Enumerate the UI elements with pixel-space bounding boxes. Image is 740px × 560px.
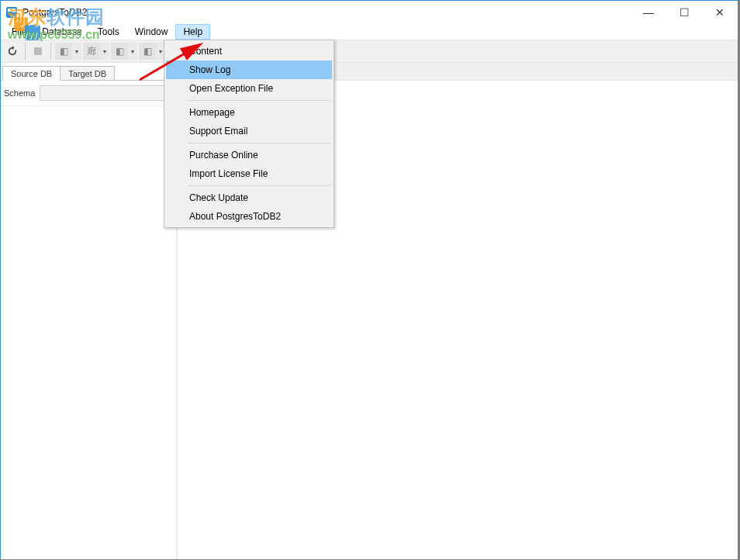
app-icon <box>5 6 18 19</box>
toolbar-dd1-icon: ◧ <box>55 43 72 60</box>
svg-rect-2 <box>34 47 42 55</box>
chevron-down-icon: ▼ <box>128 43 137 60</box>
toolbar: ◧ ▼ 廊 ▼ ◧ ▼ ◧ ▼ <box>1 40 738 63</box>
schema-combobox[interactable]: ▼ <box>40 85 173 101</box>
toolbar-dd4-icon: ◧ <box>139 43 156 60</box>
help-support-email[interactable]: Support Email <box>166 122 332 140</box>
menu-separator <box>188 100 330 101</box>
maximize-button[interactable]: ☐ <box>666 1 702 24</box>
help-check-update[interactable]: Check Update <box>166 188 332 207</box>
menu-window[interactable]: Window <box>127 24 176 40</box>
menu-separator <box>188 185 330 186</box>
left-tabstrip: Source DB Target DB <box>1 63 176 80</box>
schema-row: Schema ▼ <box>1 81 176 106</box>
toolbar-dd3-icon: ◧ <box>111 43 128 60</box>
minimize-button[interactable]: — <box>631 1 666 24</box>
toolbar-dd2-icon: 廊 <box>83 43 100 60</box>
help-dropdown: Content Show Log Open Exception File Hom… <box>164 40 334 228</box>
toolbar-separator <box>25 43 26 60</box>
titlebar: PostgresToDB2 — ☐ ✕ <box>1 1 738 24</box>
schema-label: Schema <box>4 88 35 98</box>
toolbar-dropdown-4[interactable]: ◧ ▼ <box>139 43 165 60</box>
menu-database[interactable]: Database <box>34 24 89 40</box>
help-about[interactable]: About PostgresToDB2 <box>166 207 332 226</box>
toolbar-refresh-icon[interactable] <box>4 43 21 60</box>
help-purchase-online[interactable]: Purchase Online <box>166 146 332 164</box>
help-show-log[interactable]: Show Log <box>166 60 332 79</box>
help-import-license-file[interactable]: Import License File <box>166 164 332 183</box>
toolbar-dropdown-1[interactable]: ◧ ▼ <box>55 43 81 60</box>
tab-target-db[interactable]: Target DB <box>60 66 115 80</box>
tab-source-db[interactable]: Source DB <box>2 66 61 81</box>
menu-separator <box>188 143 330 143</box>
left-body <box>1 106 176 559</box>
toolbar-dropdown-2[interactable]: 廊 ▼ <box>83 43 109 60</box>
app-window: PostgresToDB2 — ☐ ✕ File Database Tools … <box>0 0 738 558</box>
help-homepage[interactable]: Homepage <box>166 103 332 122</box>
window-title: PostgresToDB2 <box>22 7 87 18</box>
menu-tools[interactable]: Tools <box>90 24 127 40</box>
menu-file[interactable]: File <box>4 24 34 40</box>
menubar: File Database Tools Window Help <box>1 24 738 40</box>
client-area: Source DB Target DB Schema ▼ <box>1 63 738 559</box>
titlebar-left: PostgresToDB2 <box>1 6 87 19</box>
titlebar-controls: — ☐ ✕ <box>631 1 738 24</box>
left-pane: Source DB Target DB Schema ▼ <box>1 63 178 559</box>
menu-help[interactable]: Help <box>175 24 210 40</box>
toolbar-dropdown-3[interactable]: ◧ ▼ <box>111 43 137 60</box>
close-button[interactable]: ✕ <box>702 1 738 24</box>
toolbar-action1-icon[interactable] <box>29 43 47 60</box>
svg-rect-1 <box>8 9 16 12</box>
help-content[interactable]: Content <box>166 42 332 60</box>
toolbar-separator <box>50 43 51 60</box>
help-open-exception-file[interactable]: Open Exception File <box>166 79 332 98</box>
chevron-down-icon: ▼ <box>72 43 81 60</box>
chevron-down-icon: ▼ <box>100 43 109 60</box>
